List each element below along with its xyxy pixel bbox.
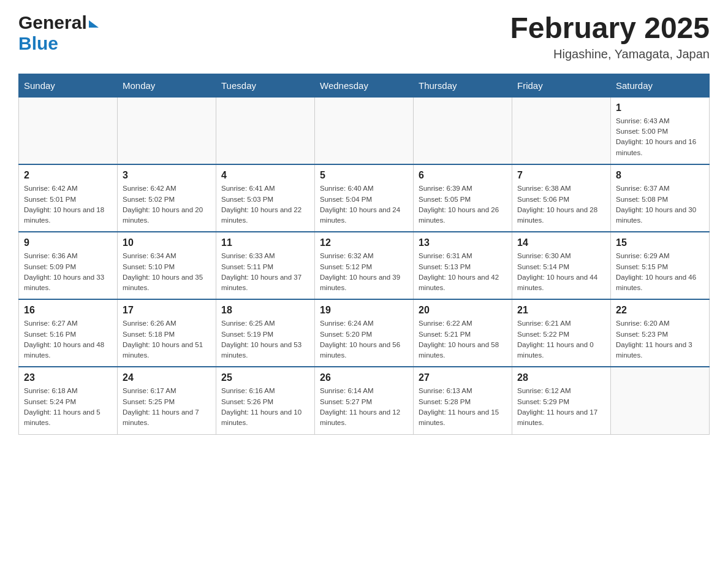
cell-day-number: 23 (24, 372, 112, 383)
cell-day-number: 25 (221, 372, 309, 383)
location-title: Higashine, Yamagata, Japan (510, 47, 710, 61)
cell-day-number: 11 (221, 237, 309, 248)
cell-sun-info: Sunrise: 6:17 AMSunset: 5:25 PMDaylight:… (123, 386, 211, 428)
calendar-cell (315, 97, 414, 164)
cell-day-number: 17 (123, 305, 211, 316)
calendar-cell: 2Sunrise: 6:42 AMSunset: 5:01 PMDaylight… (19, 164, 118, 232)
calendar-cell: 8Sunrise: 6:37 AMSunset: 5:08 PMDaylight… (611, 164, 710, 232)
cell-sun-info: Sunrise: 6:16 AMSunset: 5:26 PMDaylight:… (221, 386, 309, 428)
cell-day-number: 4 (221, 170, 309, 181)
cell-sun-info: Sunrise: 6:30 AMSunset: 5:14 PMDaylight:… (517, 251, 605, 293)
cell-sun-info: Sunrise: 6:12 AMSunset: 5:29 PMDaylight:… (517, 386, 605, 428)
calendar-cell: 16Sunrise: 6:27 AMSunset: 5:16 PMDayligh… (19, 299, 118, 367)
calendar-cell: 25Sunrise: 6:16 AMSunset: 5:26 PMDayligh… (216, 367, 315, 434)
cell-day-number: 20 (419, 305, 507, 316)
cell-sun-info: Sunrise: 6:20 AMSunset: 5:23 PMDaylight:… (616, 318, 704, 361)
logo-blue-text: Blue (18, 33, 58, 53)
cell-sun-info: Sunrise: 6:38 AMSunset: 5:06 PMDaylight:… (517, 183, 605, 226)
day-header-monday: Monday (118, 74, 216, 97)
logo-arrow-icon (89, 20, 99, 28)
calendar-cell (512, 97, 611, 164)
cell-sun-info: Sunrise: 6:37 AMSunset: 5:08 PMDaylight:… (616, 183, 704, 226)
cell-day-number: 22 (616, 305, 704, 316)
calendar-cell: 22Sunrise: 6:20 AMSunset: 5:23 PMDayligh… (611, 299, 710, 367)
calendar-cell: 3Sunrise: 6:42 AMSunset: 5:02 PMDaylight… (118, 164, 216, 232)
day-header-thursday: Thursday (414, 74, 512, 97)
cell-day-number: 26 (320, 372, 408, 383)
month-title: February 2025 (510, 12, 710, 45)
calendar-cell: 5Sunrise: 6:40 AMSunset: 5:04 PMDaylight… (315, 164, 414, 232)
calendar-cell: 13Sunrise: 6:31 AMSunset: 5:13 PMDayligh… (414, 232, 512, 299)
calendar-cell: 7Sunrise: 6:38 AMSunset: 5:06 PMDaylight… (512, 164, 611, 232)
calendar-cell: 19Sunrise: 6:24 AMSunset: 5:20 PMDayligh… (315, 299, 414, 367)
cell-sun-info: Sunrise: 6:31 AMSunset: 5:13 PMDaylight:… (419, 251, 507, 293)
calendar-cell (414, 97, 512, 164)
cell-day-number: 14 (517, 237, 605, 248)
calendar-cell: 11Sunrise: 6:33 AMSunset: 5:11 PMDayligh… (216, 232, 315, 299)
calendar-cell: 14Sunrise: 6:30 AMSunset: 5:14 PMDayligh… (512, 232, 611, 299)
cell-day-number: 5 (320, 170, 408, 181)
cell-sun-info: Sunrise: 6:36 AMSunset: 5:09 PMDaylight:… (24, 251, 112, 293)
logo-general-text: General (18, 12, 87, 33)
calendar-cell (118, 97, 216, 164)
logo: General Blue (18, 12, 99, 54)
calendar-cell: 10Sunrise: 6:34 AMSunset: 5:10 PMDayligh… (118, 232, 216, 299)
cell-day-number: 19 (320, 305, 408, 316)
calendar-cell: 23Sunrise: 6:18 AMSunset: 5:24 PMDayligh… (19, 367, 118, 434)
calendar-cell: 9Sunrise: 6:36 AMSunset: 5:09 PMDaylight… (19, 232, 118, 299)
calendar-cell: 15Sunrise: 6:29 AMSunset: 5:15 PMDayligh… (611, 232, 710, 299)
calendar-cell (216, 97, 315, 164)
cell-day-number: 24 (123, 372, 211, 383)
cell-day-number: 8 (616, 170, 704, 181)
calendar-cell: 21Sunrise: 6:21 AMSunset: 5:22 PMDayligh… (512, 299, 611, 367)
cell-sun-info: Sunrise: 6:14 AMSunset: 5:27 PMDaylight:… (320, 386, 408, 428)
cell-sun-info: Sunrise: 6:40 AMSunset: 5:04 PMDaylight:… (320, 183, 408, 226)
cell-day-number: 13 (419, 237, 507, 248)
cell-sun-info: Sunrise: 6:21 AMSunset: 5:22 PMDaylight:… (517, 318, 605, 361)
calendar-week-row: 23Sunrise: 6:18 AMSunset: 5:24 PMDayligh… (19, 367, 710, 434)
day-header-friday: Friday (512, 74, 611, 97)
cell-day-number: 7 (517, 170, 605, 181)
cell-sun-info: Sunrise: 6:27 AMSunset: 5:16 PMDaylight:… (24, 318, 112, 361)
day-header-saturday: Saturday (611, 74, 710, 97)
calendar-cell: 18Sunrise: 6:25 AMSunset: 5:19 PMDayligh… (216, 299, 315, 367)
day-header-tuesday: Tuesday (216, 74, 315, 97)
calendar-cell: 1Sunrise: 6:43 AMSunset: 5:00 PMDaylight… (611, 97, 710, 164)
cell-sun-info: Sunrise: 6:18 AMSunset: 5:24 PMDaylight:… (24, 386, 112, 428)
title-section: February 2025 Higashine, Yamagata, Japan (510, 12, 710, 61)
cell-sun-info: Sunrise: 6:26 AMSunset: 5:18 PMDaylight:… (123, 318, 211, 361)
cell-day-number: 9 (24, 237, 112, 248)
calendar-table: SundayMondayTuesdayWednesdayThursdayFrid… (18, 74, 710, 435)
calendar-week-row: 1Sunrise: 6:43 AMSunset: 5:00 PMDaylight… (19, 97, 710, 164)
calendar-cell: 4Sunrise: 6:41 AMSunset: 5:03 PMDaylight… (216, 164, 315, 232)
cell-sun-info: Sunrise: 6:25 AMSunset: 5:19 PMDaylight:… (221, 318, 309, 361)
calendar-cell: 6Sunrise: 6:39 AMSunset: 5:05 PMDaylight… (414, 164, 512, 232)
cell-day-number: 27 (419, 372, 507, 383)
page-header: General Blue February 2025 Higashine, Ya… (18, 12, 710, 61)
calendar-cell (19, 97, 118, 164)
cell-day-number: 28 (517, 372, 605, 383)
calendar-week-row: 2Sunrise: 6:42 AMSunset: 5:01 PMDaylight… (19, 164, 710, 232)
cell-day-number: 3 (123, 170, 211, 181)
cell-sun-info: Sunrise: 6:24 AMSunset: 5:20 PMDaylight:… (320, 318, 408, 361)
calendar-cell: 24Sunrise: 6:17 AMSunset: 5:25 PMDayligh… (118, 367, 216, 434)
calendar-header-row: SundayMondayTuesdayWednesdayThursdayFrid… (19, 74, 710, 97)
cell-sun-info: Sunrise: 6:42 AMSunset: 5:02 PMDaylight:… (123, 183, 211, 226)
cell-day-number: 6 (419, 170, 507, 181)
day-header-sunday: Sunday (19, 74, 118, 97)
calendar-cell: 17Sunrise: 6:26 AMSunset: 5:18 PMDayligh… (118, 299, 216, 367)
cell-sun-info: Sunrise: 6:29 AMSunset: 5:15 PMDaylight:… (616, 251, 704, 293)
cell-sun-info: Sunrise: 6:33 AMSunset: 5:11 PMDaylight:… (221, 251, 309, 293)
calendar-cell: 27Sunrise: 6:13 AMSunset: 5:28 PMDayligh… (414, 367, 512, 434)
cell-sun-info: Sunrise: 6:41 AMSunset: 5:03 PMDaylight:… (221, 183, 309, 226)
calendar-week-row: 9Sunrise: 6:36 AMSunset: 5:09 PMDaylight… (19, 232, 710, 299)
cell-sun-info: Sunrise: 6:13 AMSunset: 5:28 PMDaylight:… (419, 386, 507, 428)
calendar-cell: 12Sunrise: 6:32 AMSunset: 5:12 PMDayligh… (315, 232, 414, 299)
cell-day-number: 2 (24, 170, 112, 181)
cell-sun-info: Sunrise: 6:42 AMSunset: 5:01 PMDaylight:… (24, 183, 112, 226)
cell-day-number: 10 (123, 237, 211, 248)
day-header-wednesday: Wednesday (315, 74, 414, 97)
calendar-cell (611, 367, 710, 434)
cell-day-number: 15 (616, 237, 704, 248)
cell-day-number: 18 (221, 305, 309, 316)
